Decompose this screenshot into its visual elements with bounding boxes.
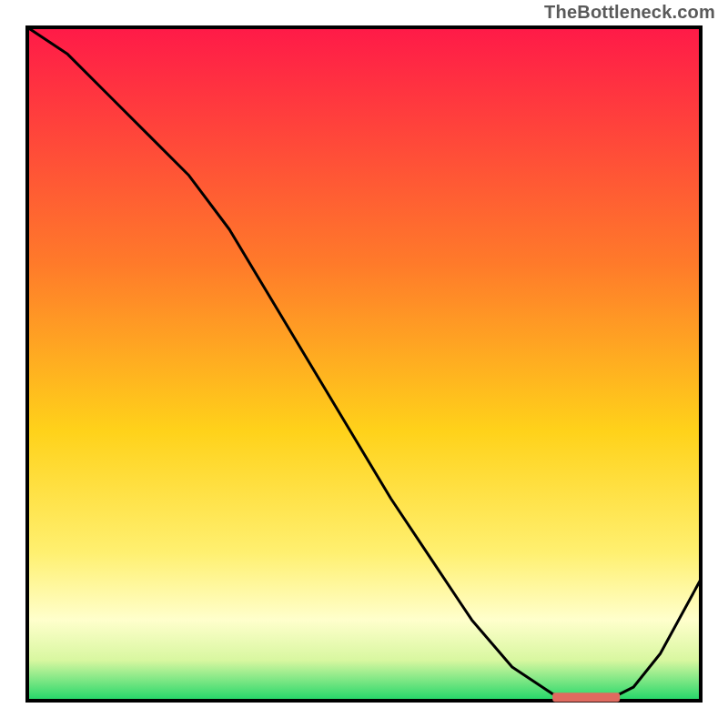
plot-background xyxy=(27,27,701,701)
bottleneck-chart xyxy=(0,0,728,728)
optimal-range-marker xyxy=(552,693,620,702)
